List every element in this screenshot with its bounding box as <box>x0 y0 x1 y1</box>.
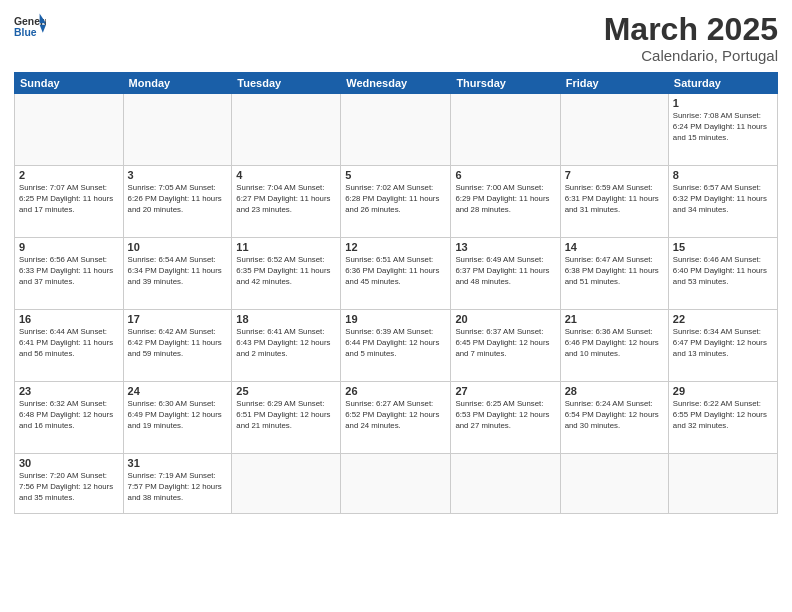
day-number: 28 <box>565 385 664 397</box>
logo: General Blue <box>14 12 46 40</box>
day-info: Sunrise: 6:36 AM Sunset: 6:46 PM Dayligh… <box>565 327 664 360</box>
table-row <box>123 94 232 166</box>
table-row: 15Sunrise: 6:46 AM Sunset: 6:40 PM Dayli… <box>668 238 777 310</box>
table-row: 2Sunrise: 7:07 AM Sunset: 6:25 PM Daylig… <box>15 166 124 238</box>
day-number: 14 <box>565 241 664 253</box>
table-row: 12Sunrise: 6:51 AM Sunset: 6:36 PM Dayli… <box>341 238 451 310</box>
table-row: 19Sunrise: 6:39 AM Sunset: 6:44 PM Dayli… <box>341 310 451 382</box>
table-row: 13Sunrise: 6:49 AM Sunset: 6:37 PM Dayli… <box>451 238 560 310</box>
table-row: 23Sunrise: 6:32 AM Sunset: 6:48 PM Dayli… <box>15 382 124 454</box>
day-number: 21 <box>565 313 664 325</box>
table-row: 1Sunrise: 7:08 AM Sunset: 6:24 PM Daylig… <box>668 94 777 166</box>
svg-text:Blue: Blue <box>14 27 37 38</box>
day-info: Sunrise: 7:00 AM Sunset: 6:29 PM Dayligh… <box>455 183 555 216</box>
day-info: Sunrise: 7:19 AM Sunset: 7:57 PM Dayligh… <box>128 471 228 504</box>
day-number: 15 <box>673 241 773 253</box>
table-row <box>560 94 668 166</box>
day-info: Sunrise: 6:25 AM Sunset: 6:53 PM Dayligh… <box>455 399 555 432</box>
header: General Blue March 2025 Calendario, Port… <box>14 12 778 64</box>
table-row: 11Sunrise: 6:52 AM Sunset: 6:35 PM Dayli… <box>232 238 341 310</box>
day-number: 18 <box>236 313 336 325</box>
table-row: 5Sunrise: 7:02 AM Sunset: 6:28 PM Daylig… <box>341 166 451 238</box>
table-row: 3Sunrise: 7:05 AM Sunset: 6:26 PM Daylig… <box>123 166 232 238</box>
col-thursday: Thursday <box>451 73 560 94</box>
calendar-table: Sunday Monday Tuesday Wednesday Thursday… <box>14 72 778 514</box>
table-row <box>232 94 341 166</box>
day-info: Sunrise: 6:27 AM Sunset: 6:52 PM Dayligh… <box>345 399 446 432</box>
table-row <box>15 94 124 166</box>
day-number: 27 <box>455 385 555 397</box>
table-row: 10Sunrise: 6:54 AM Sunset: 6:34 PM Dayli… <box>123 238 232 310</box>
day-info: Sunrise: 6:47 AM Sunset: 6:38 PM Dayligh… <box>565 255 664 288</box>
day-info: Sunrise: 6:44 AM Sunset: 6:41 PM Dayligh… <box>19 327 119 360</box>
table-row: 22Sunrise: 6:34 AM Sunset: 6:47 PM Dayli… <box>668 310 777 382</box>
table-row <box>451 94 560 166</box>
day-number: 30 <box>19 457 119 469</box>
table-row <box>232 454 341 514</box>
table-row: 26Sunrise: 6:27 AM Sunset: 6:52 PM Dayli… <box>341 382 451 454</box>
day-info: Sunrise: 6:32 AM Sunset: 6:48 PM Dayligh… <box>19 399 119 432</box>
day-info: Sunrise: 6:24 AM Sunset: 6:54 PM Dayligh… <box>565 399 664 432</box>
day-number: 8 <box>673 169 773 181</box>
day-info: Sunrise: 6:56 AM Sunset: 6:33 PM Dayligh… <box>19 255 119 288</box>
day-info: Sunrise: 6:54 AM Sunset: 6:34 PM Dayligh… <box>128 255 228 288</box>
day-info: Sunrise: 6:46 AM Sunset: 6:40 PM Dayligh… <box>673 255 773 288</box>
table-row: 7Sunrise: 6:59 AM Sunset: 6:31 PM Daylig… <box>560 166 668 238</box>
day-info: Sunrise: 7:07 AM Sunset: 6:25 PM Dayligh… <box>19 183 119 216</box>
day-number: 20 <box>455 313 555 325</box>
table-row: 9Sunrise: 6:56 AM Sunset: 6:33 PM Daylig… <box>15 238 124 310</box>
day-info: Sunrise: 6:30 AM Sunset: 6:49 PM Dayligh… <box>128 399 228 432</box>
day-number: 1 <box>673 97 773 109</box>
col-wednesday: Wednesday <box>341 73 451 94</box>
day-number: 17 <box>128 313 228 325</box>
table-row: 4Sunrise: 7:04 AM Sunset: 6:27 PM Daylig… <box>232 166 341 238</box>
table-row: 14Sunrise: 6:47 AM Sunset: 6:38 PM Dayli… <box>560 238 668 310</box>
table-row: 31Sunrise: 7:19 AM Sunset: 7:57 PM Dayli… <box>123 454 232 514</box>
day-number: 5 <box>345 169 446 181</box>
day-number: 23 <box>19 385 119 397</box>
day-number: 22 <box>673 313 773 325</box>
table-row: 17Sunrise: 6:42 AM Sunset: 6:42 PM Dayli… <box>123 310 232 382</box>
day-number: 25 <box>236 385 336 397</box>
day-info: Sunrise: 6:29 AM Sunset: 6:51 PM Dayligh… <box>236 399 336 432</box>
day-info: Sunrise: 6:41 AM Sunset: 6:43 PM Dayligh… <box>236 327 336 360</box>
day-info: Sunrise: 6:42 AM Sunset: 6:42 PM Dayligh… <box>128 327 228 360</box>
title-block: March 2025 Calendario, Portugal <box>604 12 778 64</box>
location: Calendario, Portugal <box>604 47 778 64</box>
day-info: Sunrise: 6:52 AM Sunset: 6:35 PM Dayligh… <box>236 255 336 288</box>
svg-marker-3 <box>40 25 46 33</box>
day-info: Sunrise: 6:37 AM Sunset: 6:45 PM Dayligh… <box>455 327 555 360</box>
day-info: Sunrise: 6:22 AM Sunset: 6:55 PM Dayligh… <box>673 399 773 432</box>
day-number: 29 <box>673 385 773 397</box>
day-number: 13 <box>455 241 555 253</box>
day-info: Sunrise: 6:59 AM Sunset: 6:31 PM Dayligh… <box>565 183 664 216</box>
day-number: 12 <box>345 241 446 253</box>
col-friday: Friday <box>560 73 668 94</box>
day-info: Sunrise: 7:08 AM Sunset: 6:24 PM Dayligh… <box>673 111 773 144</box>
table-row: 27Sunrise: 6:25 AM Sunset: 6:53 PM Dayli… <box>451 382 560 454</box>
day-number: 4 <box>236 169 336 181</box>
day-number: 24 <box>128 385 228 397</box>
table-row <box>668 454 777 514</box>
table-row <box>341 94 451 166</box>
day-number: 6 <box>455 169 555 181</box>
day-number: 31 <box>128 457 228 469</box>
day-info: Sunrise: 7:20 AM Sunset: 7:56 PM Dayligh… <box>19 471 119 504</box>
day-info: Sunrise: 6:57 AM Sunset: 6:32 PM Dayligh… <box>673 183 773 216</box>
col-monday: Monday <box>123 73 232 94</box>
col-tuesday: Tuesday <box>232 73 341 94</box>
table-row <box>341 454 451 514</box>
day-number: 7 <box>565 169 664 181</box>
col-sunday: Sunday <box>15 73 124 94</box>
day-info: Sunrise: 7:05 AM Sunset: 6:26 PM Dayligh… <box>128 183 228 216</box>
day-info: Sunrise: 6:49 AM Sunset: 6:37 PM Dayligh… <box>455 255 555 288</box>
day-info: Sunrise: 6:39 AM Sunset: 6:44 PM Dayligh… <box>345 327 446 360</box>
day-number: 16 <box>19 313 119 325</box>
table-row: 16Sunrise: 6:44 AM Sunset: 6:41 PM Dayli… <box>15 310 124 382</box>
table-row <box>451 454 560 514</box>
table-row: 25Sunrise: 6:29 AM Sunset: 6:51 PM Dayli… <box>232 382 341 454</box>
day-info: Sunrise: 6:51 AM Sunset: 6:36 PM Dayligh… <box>345 255 446 288</box>
day-number: 3 <box>128 169 228 181</box>
table-row: 29Sunrise: 6:22 AM Sunset: 6:55 PM Dayli… <box>668 382 777 454</box>
table-row: 6Sunrise: 7:00 AM Sunset: 6:29 PM Daylig… <box>451 166 560 238</box>
